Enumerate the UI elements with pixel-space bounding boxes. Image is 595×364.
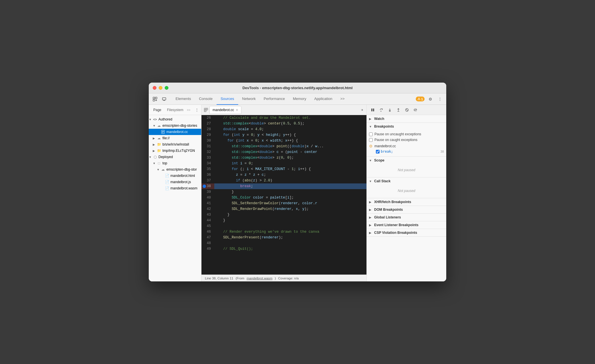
breakpoint-item-checkbox[interactable]	[376, 150, 380, 154]
tree-emscripten-deployed[interactable]: ▼ ☁ emscripten-dbg-stor	[149, 166, 201, 173]
section-watch-header[interactable]: ▶ Watch	[367, 115, 446, 122]
line-num-35: 35	[201, 166, 214, 172]
file-cc-icon	[161, 130, 165, 134]
tab-elements[interactable]: Elements	[172, 93, 195, 105]
section-csp: ▶ CSP Violation Breakpoints	[367, 229, 446, 237]
left-panel-menu[interactable]: ⋮	[195, 108, 199, 112]
tree-arrow-file-url: ▶	[153, 137, 157, 140]
code-line-44: 44 }	[201, 218, 366, 223]
section-event-listener-header[interactable]: ▶ Event Listener Breakpoints	[367, 221, 446, 229]
deactivate-breakpoints-button[interactable]	[403, 106, 411, 114]
tree-emscripten-authored[interactable]: ▼ ☁ emscripten-dbg-stories	[149, 122, 201, 129]
left-tabs-more[interactable]: >>	[187, 108, 190, 112]
tab-page[interactable]: Page	[151, 107, 164, 113]
code-editor[interactable]: 26 // Calculate and draw the Mandelbrot …	[201, 115, 366, 275]
file-tree: ▼ <> Authored ▼ ☁ emscripten-dbg-stories	[149, 115, 201, 281]
line-num-43: 43	[201, 212, 214, 218]
section-watch: ▶ Watch	[367, 115, 446, 123]
svg-rect-0	[153, 97, 155, 99]
breakpoint-item-line: 38	[441, 150, 444, 153]
warning-badge[interactable]: ⚠ 1	[416, 97, 425, 101]
breakpoint-file-icon: ⚙	[369, 144, 373, 148]
pause-resume-button[interactable]	[369, 106, 376, 114]
breakpoint-item-row[interactable]: break; 38	[369, 149, 444, 154]
line-content-41: SDL_SetRenderDrawColor(renderer, color.r	[214, 201, 366, 206]
section-csp-header[interactable]: ▶ CSP Violation Breakpoints	[367, 229, 446, 236]
pause-uncaught-checkbox[interactable]	[369, 132, 373, 136]
pause-uncaught-label: Pause on uncaught exceptions	[374, 132, 421, 136]
section-call-stack-header[interactable]: ▼ Call Stack	[367, 177, 446, 185]
settings-icon[interactable]: ⚙	[426, 95, 434, 103]
section-dom-header[interactable]: ▶ DOM Breakpoints	[367, 206, 446, 213]
section-xhr-header[interactable]: ▶ XHR/fetch Breakpoints	[367, 198, 446, 206]
tree-mandelbrot-wasm[interactable]: 📄 mandelbrot.wasm	[149, 185, 201, 191]
tab-left-button[interactable]	[203, 107, 209, 113]
line-num-26: 26	[201, 115, 214, 121]
line-num-40: 40	[201, 195, 214, 201]
file-tab-close[interactable]: ×	[236, 108, 238, 112]
section-global-listeners-header[interactable]: ▶ Global Listeners	[367, 214, 446, 221]
section-breakpoints-header[interactable]: ▼ Breakpoints	[367, 123, 446, 130]
tree-label-emscripten-deployed: emscripten-dbg-stor	[166, 167, 197, 171]
line-num-28: 28	[201, 126, 214, 132]
tree-folder-bsw[interactable]: ▶ 📁 b/s/w/ir/x/w/install	[149, 141, 201, 148]
tree-deployed[interactable]: ▼ ⬡ Deployed	[149, 154, 201, 160]
section-scope-header[interactable]: ▼ Scope	[367, 157, 446, 164]
left-panel: Page Filesystem >> ⋮ ▼ <> Authored ▼ ☁	[149, 105, 201, 281]
step-over-button[interactable]	[378, 106, 385, 114]
window-title: DevTools - emscripten-dbg-stories.netlif…	[243, 86, 353, 90]
tab-console[interactable]: Console	[195, 93, 217, 105]
tree-authored[interactable]: ▼ <> Authored	[149, 116, 201, 122]
tree-mandelbrot-cc[interactable]: mandelbrot.cc	[149, 129, 201, 135]
toolbar-right: ⚠ 1 ⚙ ⋮	[416, 95, 444, 103]
tree-arrow-emscripten-deployed: ▼	[157, 168, 161, 171]
step-out-button[interactable]	[395, 106, 402, 114]
code-line-27: 27 std::complex<double> center(0.5, 0.5)…	[201, 121, 366, 126]
pause-caught-label: Pause on caught exceptions	[374, 138, 417, 142]
line-num-33: 33	[201, 155, 214, 161]
close-button[interactable]	[153, 86, 156, 90]
tab-application[interactable]: Application	[310, 93, 337, 105]
tab-performance[interactable]: Performance	[260, 93, 289, 105]
maximize-button[interactable]	[165, 86, 168, 90]
status-from-close: )	[275, 277, 276, 280]
tree-file-url[interactable]: ▶ ☁ file://	[149, 135, 201, 141]
tab-filesystem[interactable]: Filesystem	[165, 107, 186, 113]
tree-mandelbrot-html[interactable]: 📄 mandelbrot.html	[149, 173, 201, 179]
svg-rect-3	[162, 98, 166, 100]
tree-label-bsw: b/s/w/ir/x/w/install	[162, 142, 189, 146]
file-tab-mandelbrot-cc[interactable]: mandelbrot.cc ×	[209, 106, 241, 114]
tree-top[interactable]: ▼ □ top	[149, 160, 201, 166]
tab-sources[interactable]: Sources	[217, 93, 238, 105]
call-stack-not-paused: Not paused	[369, 186, 444, 196]
tree-mandelbrot-js[interactable]: 📄 mandelbrot.js	[149, 179, 201, 185]
code-line-35: 35 for (; i < MAX_ITER_COUNT - 1; i++) {	[201, 166, 366, 172]
breakpoints-arrow: ▼	[369, 125, 372, 128]
line-content-30: for (int x = 0; x < width; x++) {	[214, 138, 366, 144]
minimize-button[interactable]	[159, 86, 162, 90]
step-into-button[interactable]	[386, 106, 394, 114]
tab-memory[interactable]: Memory	[289, 93, 310, 105]
pause-caught-checkbox[interactable]	[369, 138, 373, 142]
tree-folder-tmp[interactable]: ▶ 📁 tmp/tmp.ELcTq2YGN	[149, 148, 201, 154]
line-num-27: 27	[201, 121, 214, 126]
device-icon[interactable]	[160, 95, 168, 103]
line-content-39: }	[214, 189, 366, 195]
code-line-47: 47 SDL_RenderPresent(renderer);	[201, 235, 366, 240]
tree-arrow-bsw: ▶	[153, 143, 157, 146]
scope-label: Scope	[374, 158, 384, 162]
left-tabs: Page Filesystem >> ⋮	[149, 105, 201, 115]
call-stack-label: Call Stack	[374, 179, 390, 183]
right-panel: ▶ Watch ▼ Breakpoints Pause on uncaught …	[366, 105, 446, 281]
status-from-file[interactable]: mandelbrot.wasm	[246, 277, 272, 280]
return-button[interactable]	[412, 106, 419, 114]
code-line-28: 28 double scale = 4.0;	[201, 126, 366, 132]
inspect-icon[interactable]	[151, 95, 159, 103]
tab-collapse-button[interactable]	[358, 107, 365, 113]
tab-network[interactable]: Network	[238, 93, 260, 105]
more-options-icon[interactable]: ⋮	[436, 95, 444, 103]
right-panel-scroll[interactable]: ▶ Watch ▼ Breakpoints Pause on uncaught …	[367, 115, 446, 281]
file-tabs: mandelbrot.cc ×	[201, 105, 366, 115]
tab-more[interactable]: >>	[336, 93, 349, 105]
code-line-43: 43 }	[201, 212, 366, 218]
